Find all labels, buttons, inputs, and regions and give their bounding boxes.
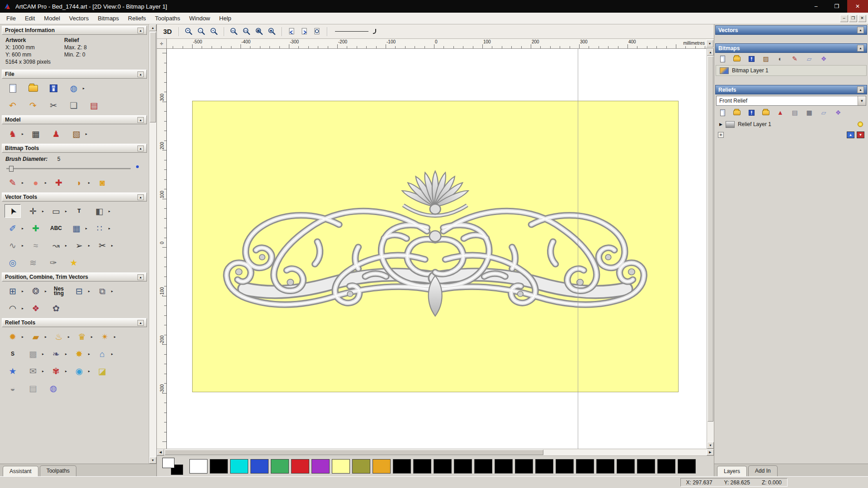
menu-bitmaps[interactable]: Bitmaps [93, 13, 123, 23]
flyout-arrow-icon[interactable]: ▸ [45, 335, 47, 339]
flyout-arrow-icon[interactable]: ▸ [68, 335, 70, 339]
new-relief-layer[interactable] [717, 108, 728, 117]
new-bitmap-layer[interactable] [717, 54, 728, 64]
zoom-fit-button[interactable]: ▣ [254, 26, 265, 37]
color-swatch-18[interactable] [556, 459, 574, 474]
menu-model[interactable]: Model [39, 13, 64, 23]
dropdown-arrow-icon[interactable]: ▼ [858, 96, 866, 105]
flyout-arrow-icon[interactable]: ▸ [83, 86, 85, 90]
bitmap-layer-item[interactable]: Bitmap Layer 1 [716, 65, 867, 76]
layer-colours[interactable]: ❖ [818, 54, 830, 64]
color-swatch-3[interactable] [250, 459, 269, 474]
dome-relief[interactable]: ◉ [71, 364, 87, 378]
expander-icon[interactable]: ▶ [719, 122, 722, 127]
brush-diameter-slider[interactable] [6, 164, 142, 172]
flyout-arrow-icon[interactable]: ▸ [108, 209, 110, 213]
sculpt-model[interactable]: ♟ [48, 127, 64, 141]
paint-brush[interactable]: ✎ [5, 176, 21, 189]
flyout-arrow-icon[interactable]: ▸ [85, 132, 87, 136]
colour-picker[interactable]: ✚ [51, 176, 67, 189]
fillet-tool[interactable]: ◠ [5, 301, 21, 315]
flyout-arrow-icon[interactable]: ▸ [22, 181, 24, 185]
paste-array[interactable]: ∷ [91, 221, 108, 235]
relief-information[interactable]: ▤ [789, 108, 801, 117]
color-swatch-13[interactable] [454, 459, 472, 474]
mdi-restore-button[interactable]: ❐ [849, 15, 857, 22]
scroll-thumb[interactable] [150, 32, 156, 122]
flyout-arrow-icon[interactable]: ▸ [111, 352, 113, 356]
scroll-up-icon[interactable]: ▲ [707, 49, 714, 56]
scroll-thumb[interactable] [165, 450, 543, 455]
bitmap-to-vector[interactable]: ▦ [68, 221, 85, 235]
mirror-vectors[interactable]: ◧ [91, 204, 108, 218]
visibility-bulb-icon[interactable] [858, 122, 863, 127]
color-swatch-14[interactable] [474, 459, 492, 474]
colour-palette[interactable]: ◗ [71, 176, 87, 189]
star-relief[interactable]: ★ [5, 364, 21, 378]
scroll-down-icon[interactable]: ▼ [707, 442, 714, 449]
zoom-previous-button[interactable]: « [208, 26, 220, 37]
create-text[interactable]: T [71, 204, 87, 218]
add-relief-layer-button[interactable]: + [718, 132, 724, 138]
text-block[interactable]: ABC [48, 221, 64, 235]
ruler-origin-button[interactable]: ✛ [157, 39, 167, 49]
scroll-right-icon[interactable]: ▶ [707, 449, 714, 455]
vertical-scrollbar[interactable]: ▲ ▼ [707, 49, 714, 449]
undo[interactable]: ↶ [5, 99, 21, 112]
flyout-arrow-icon[interactable]: ▸ [114, 335, 116, 339]
set-model-size[interactable]: ♞ [5, 127, 21, 141]
menu-edit[interactable]: Edit [20, 13, 39, 23]
line-style-preview[interactable] [335, 29, 376, 34]
color-swatch-17[interactable] [535, 459, 553, 474]
flyout-arrow-icon[interactable]: ▸ [22, 289, 24, 293]
rollup-icon[interactable]: ▲ [137, 145, 144, 151]
flyout-arrow-icon[interactable]: ▸ [85, 226, 87, 230]
section-header-model[interactable]: Model ▲ [2, 115, 147, 124]
align-vectors[interactable]: ⊞ [5, 284, 21, 298]
zoom-out-button[interactable]: – [196, 26, 207, 37]
toggle-3d-view-button[interactable]: 3D [160, 27, 175, 36]
menu-reliefs[interactable]: Reliefs [123, 13, 151, 23]
rollup-icon[interactable]: ▲ [857, 45, 864, 52]
reliefs-section-header[interactable]: Reliefs ▲ [715, 85, 867, 94]
color-swatch-22[interactable] [637, 459, 655, 474]
section-header-file[interactable]: File ▲ [2, 70, 147, 79]
create-star[interactable]: ★ [66, 256, 82, 269]
menu-vectors[interactable]: Vectors [65, 13, 93, 23]
flyout-arrow-icon[interactable]: ▸ [45, 181, 47, 185]
vector-doctor[interactable]: ❖ [28, 301, 44, 315]
trim-vectors[interactable]: ✂ [94, 239, 110, 252]
flyout-arrow-icon[interactable]: ▸ [88, 352, 90, 356]
menu-help[interactable]: Help [215, 13, 236, 23]
delete-relief[interactable]: ▱ [818, 108, 830, 117]
create-rectangle[interactable]: ▭ [48, 204, 64, 218]
smelt-relief[interactable]: ♨ [51, 330, 67, 343]
color-swatch-11[interactable] [413, 459, 431, 474]
smooth-polyline[interactable]: ≈ [28, 239, 44, 252]
minimize-button[interactable]: – [806, 0, 826, 13]
color-swatch-1[interactable] [210, 459, 228, 474]
rollup-icon[interactable]: ▲ [857, 86, 864, 93]
crown-shape[interactable]: ♛ [74, 330, 90, 343]
flyout-arrow-icon[interactable]: ▸ [108, 226, 110, 230]
tab-assistant[interactable]: Assistant [3, 466, 38, 477]
flyout-arrow-icon[interactable]: ▸ [42, 209, 44, 213]
texture-relief[interactable]: ▩ [25, 347, 41, 361]
horizontal-scrollbar[interactable]: ◀ ▶ [157, 449, 714, 455]
color-swatch-0[interactable] [189, 459, 208, 474]
layer-contrast[interactable]: ◐ [774, 54, 786, 64]
save-relief[interactable] [745, 108, 757, 117]
annotate-layer[interactable]: ✎ [789, 54, 801, 64]
move-layer-up-button[interactable]: ▲ [847, 131, 854, 138]
flood-fill[interactable]: ◙ [94, 176, 110, 189]
scroll-left-icon[interactable]: ◀ [157, 449, 164, 455]
flyout-arrow-icon[interactable]: ▸ [22, 306, 24, 310]
flyout-arrow-icon[interactable]: ▸ [88, 369, 90, 373]
circular-copy[interactable]: ❂ [28, 284, 44, 298]
sculpting[interactable]: S [5, 347, 21, 361]
wave-tool[interactable]: ≋ [25, 256, 41, 269]
rollup-icon[interactable]: ▲ [137, 28, 144, 33]
next-view-button[interactable] [299, 26, 310, 37]
scroll-up-icon[interactable]: ▲ [149, 24, 156, 31]
tab-layers[interactable]: Layers [717, 466, 747, 477]
